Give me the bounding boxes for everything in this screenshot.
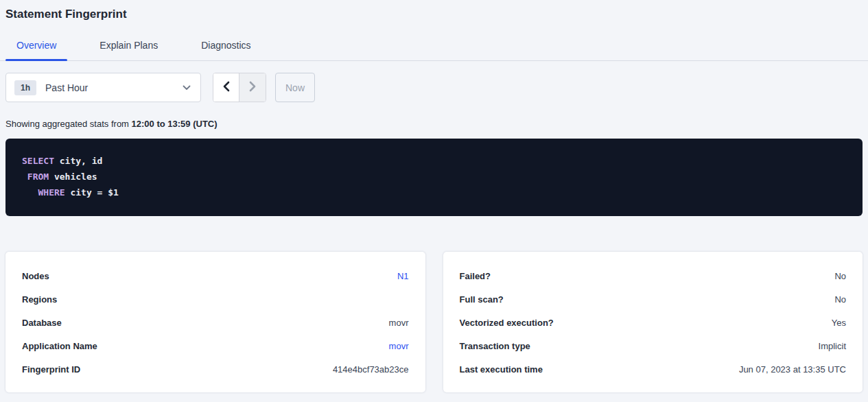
row-label: Transaction type (460, 341, 530, 351)
chevron-left-icon (222, 81, 231, 94)
row-value: No (834, 271, 846, 281)
tab-overview[interactable]: Overview (5, 40, 67, 60)
row-value: No (834, 294, 846, 305)
card-row-vectorized: Vectorized execution? Yes (460, 311, 847, 334)
row-value: Yes (832, 318, 846, 328)
card-row-nodes: Nodes N1 (22, 264, 409, 287)
aggregated-stats-line: Showing aggregated stats from 12:00 to 1… (5, 119, 863, 129)
sql-line: SELECT city, id (22, 153, 846, 169)
tab-diagnostics[interactable]: Diagnostics (190, 40, 261, 60)
card-row-database: Database movr (22, 311, 409, 334)
row-label: Fingerprint ID (22, 364, 80, 375)
card-row-fingerprint-id: Fingerprint ID 414e4bcf73ab23ce (22, 357, 409, 381)
stats-line-range: 12:00 to 13:59 (UTC) (132, 119, 218, 129)
row-label: Regions (22, 294, 57, 305)
time-range-arrows (213, 73, 266, 102)
tab-bar: Overview Explain Plans Diagnostics (0, 40, 868, 61)
sql-keyword: WHERE (38, 187, 64, 198)
card-row-transaction-type: Transaction type Implicit (460, 334, 847, 357)
now-button[interactable]: Now (275, 73, 315, 102)
sql-keyword: SELECT (22, 156, 54, 166)
sql-line: FROM vehicles (22, 169, 846, 185)
chevron-down-icon (183, 85, 191, 91)
row-label: Failed? (460, 271, 491, 281)
row-value: Implicit (819, 341, 846, 351)
execution-attributes-card: Failed? No Full scan? No Vectorized exec… (443, 252, 863, 392)
application-name-link[interactable]: movr (389, 341, 409, 351)
row-label: Full scan? (460, 294, 504, 305)
sql-line: WHERE city = $1 (22, 185, 846, 200)
sql-statement-box: SELECT city, id FROM vehicles WHERE city… (5, 139, 863, 216)
tab-explain-plans[interactable]: Explain Plans (89, 40, 169, 60)
time-range-badge: 1h (14, 80, 36, 95)
previous-range-button[interactable] (213, 73, 239, 102)
page-title: Statement Fingerprint (5, 8, 863, 21)
card-row-last-execution-time: Last execution time Jun 07, 2023 at 13:3… (460, 357, 847, 381)
time-controls: 1h Past Hour Now (5, 73, 863, 102)
row-label: Last execution time (460, 364, 543, 375)
card-row-application-name: Application Name movr (22, 334, 409, 357)
chevron-right-icon (248, 81, 257, 94)
row-label: Nodes (22, 271, 49, 281)
row-value: Jun 07, 2023 at 13:35 UTC (739, 364, 846, 375)
row-label: Database (22, 318, 62, 328)
summary-cards: Nodes N1 Regions Database movr Applicati… (5, 252, 863, 392)
card-row-full-scan: Full scan? No (460, 287, 847, 311)
row-value: movr (389, 318, 409, 328)
time-range-dropdown[interactable]: 1h Past Hour (5, 73, 201, 102)
card-row-failed: Failed? No (460, 264, 847, 287)
nodes-link[interactable]: N1 (397, 271, 409, 281)
stats-line-prefix: Showing aggregated stats from (5, 119, 132, 129)
row-label: Application Name (22, 341, 97, 351)
row-value: 414e4bcf73ab23ce (333, 364, 409, 375)
sql-keyword: FROM (27, 172, 49, 182)
statement-details-card: Nodes N1 Regions Database movr Applicati… (5, 252, 425, 392)
time-range-label: Past Hour (45, 82, 183, 93)
next-range-button[interactable] (239, 73, 266, 102)
row-label: Vectorized execution? (460, 318, 554, 328)
card-row-regions: Regions (22, 287, 409, 311)
